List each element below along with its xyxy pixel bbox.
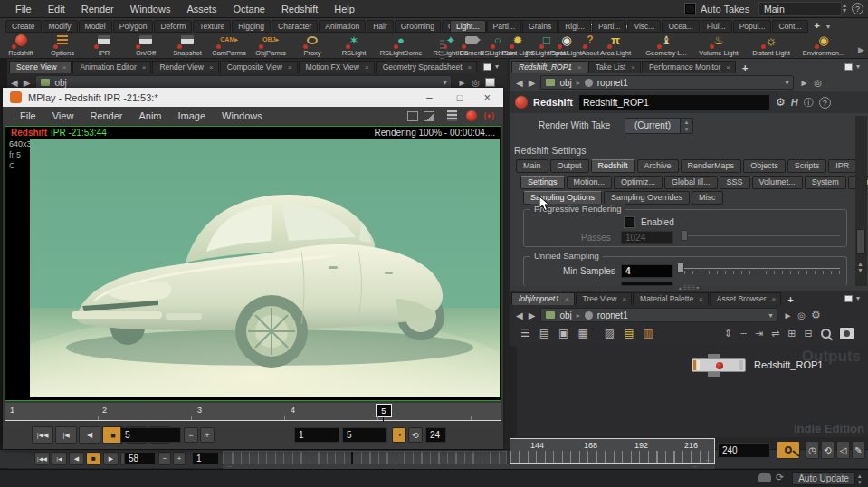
auto-takes-checkbox[interactable] xyxy=(685,4,695,14)
tab-redshift-rop1[interactable]: Redshift_ROP1× xyxy=(511,61,587,73)
progressive-enabled-checkbox[interactable] xyxy=(625,217,634,227)
close-tab-icon[interactable]: × xyxy=(365,63,369,72)
network-thumb-icon[interactable]: ▣ xyxy=(558,327,568,339)
tab-scene-view[interactable]: Scene View× xyxy=(9,61,72,73)
tab-scripts[interactable]: Scripts xyxy=(787,159,827,173)
nav-back-icon[interactable]: ◀ xyxy=(516,78,523,88)
tool-ipr[interactable]: IPR xyxy=(83,33,125,57)
sticky-note-icon[interactable]: ▤ xyxy=(624,327,634,339)
vertical-spacing-icon[interactable]: ⇕ xyxy=(724,328,732,339)
shelf-tab-fluids[interactable]: Flui... xyxy=(701,20,732,33)
tab-redshift[interactable]: Redshift xyxy=(591,159,635,173)
tool-geometry-light[interactable]: ♝Geometry L... xyxy=(640,33,692,57)
shelf-tab-hair[interactable]: Hair xyxy=(367,20,394,33)
mplay-menu-image[interactable]: Image xyxy=(170,107,215,125)
close-tab-icon[interactable]: × xyxy=(62,63,67,72)
tool-rslight[interactable]: ✶RSLight xyxy=(333,33,375,57)
shelf-tab-grooming[interactable]: Grooming xyxy=(395,20,441,33)
tab-misc[interactable]: Misc xyxy=(692,191,723,205)
mplay-viewport[interactable]: Redshift IPR -21:53:44 Rendering 100% - … xyxy=(5,126,501,401)
network-add-tab-button[interactable]: + xyxy=(782,294,798,305)
play-reverse-button[interactable]: ◀ xyxy=(69,452,84,465)
network-path-bar[interactable]: obj ▸ ropnet1 ▾ xyxy=(540,308,777,322)
tool-proxy[interactable]: Proxy xyxy=(291,33,333,57)
audio-panel-icon[interactable]: ◁ xyxy=(836,441,850,459)
tab-objects[interactable]: Objects xyxy=(743,159,786,173)
redshift-rop-node[interactable] xyxy=(692,358,746,372)
frame-decrement-button[interactable]: − xyxy=(158,452,171,465)
shelf-tab-viscous[interactable]: Visc... xyxy=(627,20,661,33)
shelf-tab-rigid[interactable]: Rigi... xyxy=(558,20,591,33)
nav-forward-icon[interactable]: ▶ xyxy=(24,78,31,88)
tab-composite-view[interactable]: Composite View× xyxy=(220,61,298,73)
play-button[interactable]: ▶ xyxy=(103,452,119,465)
tab-global-illumination[interactable]: Global Ill... xyxy=(664,176,718,189)
tool-spot-light[interactable]: ◉Spot Light xyxy=(542,33,591,57)
tab-sampling-overrides[interactable]: Sampling Overrides xyxy=(604,191,690,205)
frame-increment-button[interactable]: + xyxy=(173,452,186,465)
mplay-maximize-button[interactable]: □ xyxy=(448,92,472,103)
passes-slider-track[interactable] xyxy=(688,235,840,236)
current-frame-marker[interactable]: 5 xyxy=(376,404,392,417)
shelf-tab-lights[interactable]: Light... xyxy=(450,20,486,33)
align-icon[interactable]: ⇥ xyxy=(755,328,763,339)
take-spinner[interactable]: ▴▾ xyxy=(843,3,846,14)
shelf-tab-modify[interactable]: Modify xyxy=(43,20,78,33)
param-pane-menu[interactable]: ▾ xyxy=(844,62,860,71)
shelf-tab-polygon[interactable]: Polygon xyxy=(113,20,154,33)
tab-asset-browser[interactable]: Asset Browser× xyxy=(710,292,781,305)
tab-performance-monitor[interactable]: Performance Monitor× xyxy=(642,61,736,73)
record-icon[interactable] xyxy=(466,110,477,121)
range-end-field[interactable]: 5 xyxy=(342,427,387,443)
mplay-minimize-button[interactable]: – xyxy=(417,91,442,104)
fit-image-icon[interactable] xyxy=(424,111,434,121)
shelf-tab-grains[interactable]: Grains xyxy=(522,20,558,33)
menu-assets[interactable]: Assets xyxy=(178,0,224,18)
tab-ipr[interactable]: IPR xyxy=(828,159,856,173)
tab-material-palette[interactable]: Material Palette× xyxy=(633,292,709,305)
mplay-menu-anim[interactable]: Anim xyxy=(130,107,169,125)
network-rows-icon[interactable]: ▤ xyxy=(539,327,549,339)
refresh-icon[interactable]: ⟳ xyxy=(776,472,784,483)
help-icon[interactable]: ? xyxy=(852,3,863,14)
network-box-icon[interactable]: ▥ xyxy=(643,327,653,339)
tool-distant-light[interactable]: ☼Distant Light xyxy=(745,33,797,57)
mplay-frame-field[interactable]: 5 xyxy=(120,427,181,443)
global-anim-clock-icon[interactable]: ◷ xyxy=(806,441,819,459)
loop-mode-icon[interactable]: ⟲ xyxy=(408,427,423,443)
close-tab-icon[interactable]: × xyxy=(468,63,472,72)
close-tab-icon[interactable]: × xyxy=(622,295,626,303)
tool-point-light[interactable]: ✹Point Light xyxy=(493,33,542,57)
tab-render-view[interactable]: Render View× xyxy=(152,61,218,73)
tab-volumetrics[interactable]: Volumet... xyxy=(752,176,803,189)
tab-settings[interactable]: Settings xyxy=(520,176,565,189)
tab-sampling-options[interactable]: Sampling Options xyxy=(523,191,602,205)
shelf-tab-texture[interactable]: Texture xyxy=(193,20,231,33)
shelf-tab-populate[interactable]: Popul... xyxy=(733,20,772,33)
pin-icon[interactable]: ► xyxy=(457,78,466,88)
close-tab-icon[interactable]: × xyxy=(142,63,147,72)
close-tab-icon[interactable]: × xyxy=(726,63,730,72)
tool-camera[interactable]: Camera xyxy=(450,33,493,57)
shelf-scroll-right-icon[interactable]: ▶ xyxy=(858,45,864,54)
tab-obj-ropnet1[interactable]: /obj/ropnet1× xyxy=(511,292,575,305)
shelf-tab-character[interactable]: Character xyxy=(272,20,318,33)
timeline-ruler-right[interactable]: 144 168 192 216 ⋯ xyxy=(510,438,715,464)
dashes-icon[interactable]: ┄ xyxy=(740,328,747,339)
pane-menu-icon[interactable] xyxy=(483,63,491,71)
scroll-up-icon[interactable]: ▲▼ xyxy=(857,261,863,273)
take-dropdown[interactable]: (Current) ▴▾ xyxy=(625,118,693,134)
path-obj[interactable]: obj xyxy=(559,310,571,320)
shelf-right-dropdown-icon[interactable]: ▾ xyxy=(826,23,830,33)
shelf-tab-deform[interactable]: Deform xyxy=(154,20,192,33)
tool-options[interactable]: Options xyxy=(42,33,83,57)
menu-file[interactable]: File xyxy=(7,0,40,18)
close-tab-icon[interactable]: × xyxy=(565,295,569,303)
nav-forward-icon[interactable]: ▶ xyxy=(529,78,536,88)
node-flag-left2[interactable] xyxy=(697,360,700,370)
path-obj[interactable]: obj xyxy=(54,78,66,88)
fit-window-icon[interactable] xyxy=(407,111,418,121)
target-icon[interactable]: ◎ xyxy=(797,310,806,320)
tab-optimizations[interactable]: Optimiz... xyxy=(614,176,663,189)
node-flag-right[interactable] xyxy=(739,360,743,370)
